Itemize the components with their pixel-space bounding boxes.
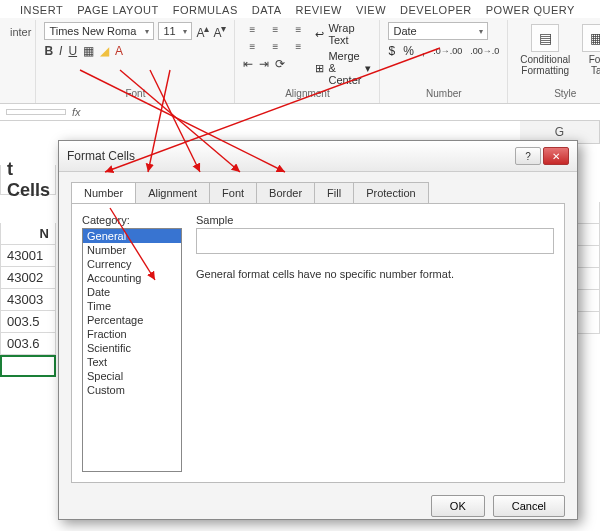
align-right-icon[interactable]: ≡ (289, 39, 307, 53)
list-item[interactable]: Custom (83, 383, 181, 397)
chevron-down-icon: ▾ (365, 62, 371, 75)
number-format-combo[interactable]: Date▾ (388, 22, 488, 40)
sample-label: Sample (196, 214, 554, 226)
comma-icon[interactable]: , (422, 44, 425, 58)
chevron-down-icon: ▾ (479, 27, 483, 36)
ribbon-tab-strip: INSERT PAGE LAYOUT FORMULAS DATA REVIEW … (0, 0, 600, 18)
orientation-icon[interactable]: ⟳ (275, 57, 285, 71)
tab-protection[interactable]: Protection (353, 182, 429, 203)
data-cell[interactable]: 43001 (0, 245, 56, 267)
category-label: Category: (82, 214, 182, 226)
styles-group: ▤ ConditionalFormatting ▦ ForTa Style (508, 20, 600, 103)
list-item[interactable]: Text (83, 355, 181, 369)
wrap-text-button[interactable]: ↩Wrap Text (315, 22, 371, 46)
conditional-formatting-button[interactable]: ▤ ConditionalFormatting (516, 22, 574, 86)
dialog-tabs: Number Alignment Font Border Fill Protec… (71, 182, 565, 203)
list-item[interactable]: Currency (83, 257, 181, 271)
ribbon: inter Times New Roma▾ 11▾ A▴ A▾ B I U ▦ … (0, 18, 600, 104)
fx-icon[interactable]: fx (72, 106, 81, 118)
list-item[interactable]: Fraction (83, 327, 181, 341)
decrease-indent-icon[interactable]: ⇤ (243, 57, 253, 71)
ok-button[interactable]: OK (431, 495, 485, 517)
chevron-down-icon: ▾ (183, 27, 187, 36)
number-group: Date▾ $ % , .0→.00 .00→.0 Number (380, 20, 508, 103)
format-description: General format cells have no specific nu… (196, 268, 554, 280)
dialog-title: Format Cells (67, 149, 135, 163)
italic-button[interactable]: I (59, 44, 62, 58)
tab-font[interactable]: Font (209, 182, 257, 203)
font-group: Times New Roma▾ 11▾ A▴ A▾ B I U ▦ ◢ A Fo… (36, 20, 235, 103)
ribbon-tab[interactable]: REVIEW (296, 4, 342, 16)
list-item[interactable]: Time (83, 299, 181, 313)
font-color-icon[interactable]: A (115, 44, 123, 58)
data-cell[interactable]: 43003 (0, 289, 56, 311)
dialog-panel: Category: General Number Currency Accoun… (71, 203, 565, 483)
selected-cell[interactable] (0, 355, 56, 377)
list-item[interactable]: Percentage (83, 313, 181, 327)
shrink-font-icon[interactable]: A▾ (213, 23, 226, 40)
format-table-button[interactable]: ▦ ForTa (578, 22, 600, 86)
group-label: Number (388, 86, 499, 101)
list-item[interactable]: Special (83, 369, 181, 383)
tab-number[interactable]: Number (71, 182, 136, 203)
increase-indent-icon[interactable]: ⇥ (259, 57, 269, 71)
group-label: Style (516, 86, 600, 101)
decrease-decimal-icon[interactable]: .00→.0 (470, 46, 499, 56)
title-cell: t Cells (0, 165, 56, 195)
increase-decimal-icon[interactable]: .0→.00 (433, 46, 462, 56)
ribbon-tab[interactable]: PAGE LAYOUT (77, 4, 159, 16)
align-top-icon[interactable]: ≡ (243, 22, 261, 36)
alignment-group: ≡ ≡ ≡ ≡ ≡ ≡ ⇤ ⇥ ⟳ ↩Wrap Text ⊞Merge & Ce… (235, 20, 380, 103)
format-cells-dialog: Format Cells ? ✕ Number Alignment Font B… (58, 140, 578, 520)
name-box[interactable] (6, 109, 66, 115)
ribbon-tab[interactable]: INSERT (20, 4, 63, 16)
sample-box (196, 228, 554, 254)
ribbon-tab[interactable]: DEVELOPER (400, 4, 472, 16)
list-item[interactable]: Accounting (83, 271, 181, 285)
align-middle-icon[interactable]: ≡ (266, 22, 284, 36)
merge-icon: ⊞ (315, 62, 324, 75)
underline-button[interactable]: U (68, 44, 77, 58)
header-cell: N (0, 223, 56, 245)
wrap-text-icon: ↩ (315, 28, 324, 41)
currency-icon[interactable]: $ (388, 44, 395, 58)
align-center-icon[interactable]: ≡ (266, 39, 284, 53)
help-button[interactable]: ? (515, 147, 541, 165)
border-icon[interactable]: ▦ (83, 44, 94, 58)
dialog-titlebar[interactable]: Format Cells ? ✕ (59, 141, 577, 172)
list-item[interactable]: General (83, 229, 181, 243)
ribbon-tab[interactable]: POWER QUERY (486, 4, 575, 16)
fill-color-icon[interactable]: ◢ (100, 44, 109, 58)
merge-center-button[interactable]: ⊞Merge & Center▾ (315, 50, 371, 86)
data-cell[interactable]: 003.5 (0, 311, 56, 333)
close-button[interactable]: ✕ (543, 147, 569, 165)
chevron-down-icon: ▾ (145, 27, 149, 36)
ribbon-tab[interactable]: DATA (252, 4, 282, 16)
group-label: Font (44, 86, 226, 101)
tab-border[interactable]: Border (256, 182, 315, 203)
format-table-icon: ▦ (582, 24, 600, 52)
bold-button[interactable]: B (44, 44, 53, 58)
align-left-icon[interactable]: ≡ (243, 39, 261, 53)
grow-font-icon[interactable]: A▴ (196, 23, 209, 40)
group-label: Alignment (243, 86, 371, 101)
conditional-formatting-icon: ▤ (531, 24, 559, 52)
list-item[interactable]: Number (83, 243, 181, 257)
align-bottom-icon[interactable]: ≡ (289, 22, 307, 36)
list-item[interactable]: Date (83, 285, 181, 299)
font-name-combo[interactable]: Times New Roma▾ (44, 22, 154, 40)
cancel-button[interactable]: Cancel (493, 495, 565, 517)
category-listbox[interactable]: General Number Currency Accounting Date … (82, 228, 182, 472)
list-item[interactable]: Scientific (83, 341, 181, 355)
font-size-combo[interactable]: 11▾ (158, 22, 192, 40)
ribbon-tab[interactable]: FORMULAS (173, 4, 238, 16)
data-cell[interactable]: 43002 (0, 267, 56, 289)
formula-bar: fx (0, 104, 600, 121)
tab-fill[interactable]: Fill (314, 182, 354, 203)
ribbon-tab[interactable]: VIEW (356, 4, 386, 16)
percent-icon[interactable]: % (403, 44, 414, 58)
format-painter-label: inter (10, 20, 36, 103)
data-cell[interactable]: 003.6 (0, 333, 56, 355)
tab-alignment[interactable]: Alignment (135, 182, 210, 203)
